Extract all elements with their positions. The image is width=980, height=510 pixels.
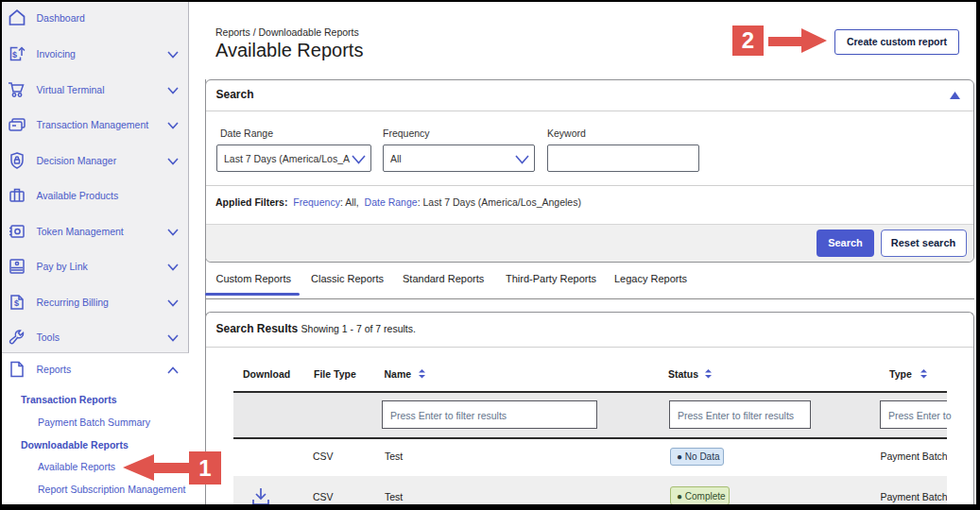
svg-text:$: $: [14, 298, 19, 308]
svg-text:$: $: [12, 50, 17, 60]
